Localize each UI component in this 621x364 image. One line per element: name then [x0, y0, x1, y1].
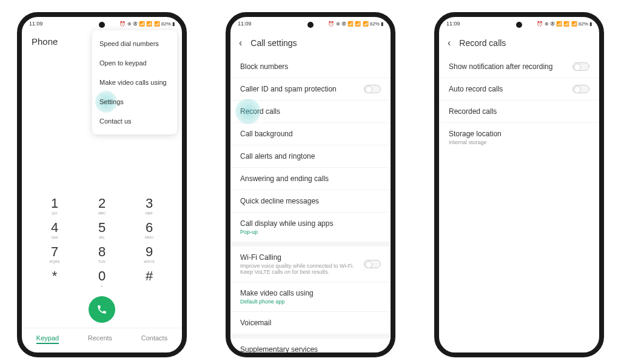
phone-call-settings-screen: 11:09 ⏰ ⊕ ⦿ 📶 📶 📶 82% ▮ ‹ Call settings … — [226, 12, 395, 357]
item-answering[interactable]: Answering and ending calls — [230, 168, 391, 190]
page-title: Record calls — [459, 38, 506, 48]
key-2[interactable]: 2ABC — [87, 196, 116, 215]
item-recorded-calls[interactable]: Recorded calls — [439, 101, 599, 123]
back-arrow-icon[interactable]: ‹ — [448, 38, 451, 48]
menu-settings-label: Settings — [99, 98, 124, 105]
status-icons: ⏰ ⊕ ⦿ 📶 📶 📶 82% ▮ — [537, 21, 592, 27]
settings-list: Block numbers Caller ID and spam protect… — [230, 56, 391, 352]
item-voicemail[interactable]: Voicemail — [230, 312, 391, 334]
status-time: 11:09 — [29, 21, 43, 27]
item-block-numbers[interactable]: Block numbers — [230, 56, 391, 78]
item-call-display[interactable]: Call display while using apps Pop-up — [230, 213, 391, 242]
phone-icon — [96, 304, 107, 315]
toggle-auto-record[interactable] — [572, 85, 589, 93]
key-6[interactable]: 6MNO — [135, 220, 164, 239]
status-time: 11:09 — [238, 21, 252, 27]
section-divider — [230, 242, 391, 247]
menu-video-calls[interactable]: Make video calls using — [92, 73, 177, 92]
section-divider — [230, 334, 391, 339]
front-camera-notch — [516, 22, 522, 28]
phone-record-calls-screen: 11:09 ⏰ ⊕ ⦿ 📶 📶 📶 82% ▮ ‹ Record calls S… — [434, 12, 604, 357]
item-call-alerts[interactable]: Call alerts and ringtone — [230, 145, 391, 168]
header: ‹ Call settings — [230, 30, 391, 56]
item-video-calls[interactable]: Make video calls using Default phone app — [230, 282, 391, 312]
menu-open-keypad[interactable]: Open to keypad — [92, 53, 177, 73]
key-5[interactable]: 5JKL — [87, 220, 116, 239]
header: ‹ Record calls — [439, 30, 599, 56]
tab-recents[interactable]: Recents — [88, 334, 112, 344]
item-storage-location[interactable]: Storage location Internal storage — [439, 123, 599, 152]
item-call-background[interactable]: Call background — [230, 123, 391, 145]
tab-keypad[interactable]: Keypad — [36, 334, 59, 344]
options-dropdown: Speed dial numbers Open to keypad Make v… — [92, 30, 177, 134]
item-caller-id[interactable]: Caller ID and spam protection — [230, 78, 391, 101]
key-7[interactable]: 7PQRS — [40, 244, 69, 263]
status-icons: ⏰ ⊕ ⦿ 📶 📶 📶 82% ▮ — [328, 21, 383, 27]
key-4[interactable]: 4GHI — [40, 220, 69, 239]
menu-settings[interactable]: Settings — [92, 92, 177, 111]
dialer-keypad: 1QO 2ABC 3DEF 4GHI 5JKL 6MNO 7PQRS 8TUV … — [22, 190, 182, 291]
status-icons: ⏰ ⊕ ⦿ 📶 📶 📶 82% ▮ — [119, 21, 175, 27]
front-camera-notch — [307, 22, 314, 28]
front-camera-notch — [99, 22, 105, 28]
tab-contacts[interactable]: Contacts — [141, 334, 167, 344]
record-settings-list: Show notification after recording Auto r… — [439, 56, 599, 352]
call-button[interactable] — [89, 296, 115, 323]
item-wifi-calling[interactable]: Wi-Fi Calling Improve voice quality whil… — [230, 247, 391, 282]
menu-contact-us[interactable]: Contact us — [92, 111, 177, 131]
key-star[interactable]: * — [40, 268, 69, 288]
page-title: Call settings — [250, 38, 297, 48]
toggle-wifi-calling[interactable] — [364, 260, 381, 268]
item-show-notification[interactable]: Show notification after recording — [439, 56, 599, 78]
key-3[interactable]: 3DEF — [135, 196, 164, 215]
back-arrow-icon[interactable]: ‹ — [239, 38, 242, 48]
item-record-calls[interactable]: Record calls — [230, 101, 391, 123]
key-8[interactable]: 8TUV — [87, 244, 116, 263]
key-hash[interactable]: # — [135, 268, 164, 288]
key-0[interactable]: 0+ — [87, 268, 116, 288]
item-auto-record[interactable]: Auto record calls — [439, 78, 599, 101]
key-9[interactable]: 9WXYZ — [135, 244, 164, 263]
toggle-caller-id[interactable] — [364, 85, 381, 93]
menu-speed-dial[interactable]: Speed dial numbers — [92, 34, 177, 53]
key-1[interactable]: 1QO — [40, 196, 69, 215]
status-time: 11:09 — [446, 21, 460, 27]
toggle-notification[interactable] — [572, 62, 589, 71]
bottom-tabs: Keypad Recents Contacts — [22, 328, 182, 352]
item-supplementary[interactable]: Supplementary services — [230, 339, 391, 352]
item-quick-decline[interactable]: Quick decline messages — [230, 190, 391, 213]
phone-dialer-screen: 11:09 ⏰ ⊕ ⦿ 📶 📶 📶 82% ▮ Phone Speed dial… — [17, 12, 187, 357]
